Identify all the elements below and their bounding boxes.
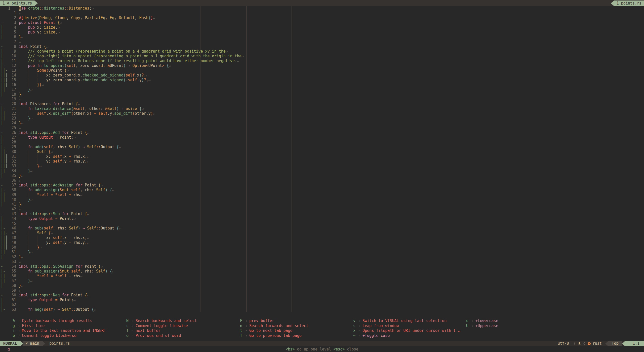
code-line[interactable]: │28▏ xyxy=(0,140,644,145)
fold-column[interactable]: - xyxy=(1,293,3,298)
code-line[interactable]: │││48▏ ▏ ▏ x: self.x - rhs.x,↵ xyxy=(0,236,644,240)
fold-column[interactable]: │ xyxy=(1,54,3,59)
code-line[interactable]: │45▏ xyxy=(0,221,644,226)
code-line[interactable]: ││51▏ }↵ xyxy=(0,250,644,255)
code-line[interactable]: │││49▏ ▏ ▏ y: self.y - rhs.y,↵ xyxy=(0,240,644,245)
code-line[interactable]: -26impl std::ops::Add for Point {↵ xyxy=(0,130,644,135)
code-line[interactable]: │27▏ type Output = Point;↵ xyxy=(0,135,644,140)
code-line[interactable]: ││22▏ ▏ self.x.abs_diff(other.x) + self.… xyxy=(0,111,644,116)
code-line[interactable]: ││39▏ ▏ *self = *self + rhs↵ xyxy=(0,192,644,197)
whichkey-item[interactable]: F→prev buffer xyxy=(239,319,274,323)
code-line[interactable]: │6}↵ xyxy=(0,35,644,40)
fold-column[interactable]: │ xyxy=(1,221,3,226)
code-line[interactable]: │-29▏ fn add(self, rhs: Self) → Self::Ou… xyxy=(0,145,644,149)
whichkey-item[interactable]: c→Comment toggle linewise xyxy=(125,324,188,328)
code-line[interactable]: │││32▏ ▏ ▏ y: self.y + rhs.y,↵ xyxy=(0,159,644,164)
code-line[interactable]: 1↵ xyxy=(0,11,644,16)
whichkey-item[interactable]: e→Previous end of word xyxy=(125,333,181,338)
code-line[interactable]: │-46▏ fn sub(self, rhs: Self) → Self::Ou… xyxy=(0,226,644,231)
code-line[interactable]: 42↵ xyxy=(0,207,644,212)
code-line[interactable]: │-21▏ fn taxicab_distance(&self, other: … xyxy=(0,106,644,111)
code-line[interactable]: │11▏ /// top-left corner). Returns none … xyxy=(0,59,644,63)
fold-column[interactable]: │ xyxy=(1,59,3,63)
whichkey-item[interactable]: i→Move to the last insertion and INSERT xyxy=(11,328,106,333)
fold-column[interactable]: - xyxy=(1,183,3,188)
fold-column[interactable]: ││ xyxy=(1,192,5,197)
fold-column[interactable]: ││ xyxy=(1,274,5,279)
fold-column[interactable]: - xyxy=(1,44,3,49)
whichkey-item[interactable]: f→next buffer xyxy=(125,328,160,333)
fold-column[interactable]: │- xyxy=(1,269,5,274)
code-line[interactable]: │52}↵ xyxy=(0,255,644,259)
code-line[interactable]: ││-30▏ ▏ Self {↵ xyxy=(0,149,644,154)
whichkey-item[interactable]: b→Comment toggle blockwise xyxy=(11,333,76,338)
fold-column[interactable]: │ xyxy=(1,25,3,30)
code-line[interactable]: -37impl std::ops::AddAssign for Point {↵ xyxy=(0,183,644,188)
fold-column[interactable]: │- xyxy=(1,307,5,312)
fold-column[interactable]: - xyxy=(1,20,3,25)
code-line[interactable]: 7↵ xyxy=(0,40,644,44)
fold-column[interactable]: │ xyxy=(1,202,3,207)
whichkey-item[interactable]: t→Go to next tab page xyxy=(239,328,293,333)
code-line[interactable]: │35}↵ xyxy=(0,173,644,178)
code-line[interactable]: │41}↵ xyxy=(0,202,644,207)
fold-column[interactable]: │ xyxy=(1,302,3,307)
code-line[interactable]: -43impl std::ops::Sub for Point {↵ xyxy=(0,212,644,216)
code-line[interactable]: ││-13▏ ▏ Some(UPoint {↵ xyxy=(0,68,644,73)
fold-column[interactable]: ││ xyxy=(1,169,5,173)
code-line[interactable]: 36↵ xyxy=(0,178,644,183)
code-line[interactable]: │││50▏ ▏ }↵ xyxy=(0,245,644,250)
code-buffer[interactable]: 1use crate::distances::Distances;↵1↵2#[d… xyxy=(0,6,644,312)
code-line[interactable]: │24}↵ xyxy=(0,121,644,126)
git-branch-segment[interactable]: main xyxy=(23,341,42,346)
whichkey-item[interactable]: v→Switch to VISUAL using last selection xyxy=(352,319,447,323)
fold-column[interactable]: │ xyxy=(1,135,3,140)
code-line[interactable]: -3pub struct Point {↵ xyxy=(0,20,644,25)
tabpage-indicator[interactable]: 1 points.rs xyxy=(611,1,644,6)
buffer-tab-active[interactable]: 1 ⊛ points.rs xyxy=(0,1,38,6)
fold-column[interactable]: │ xyxy=(1,140,3,145)
code-line[interactable]: -20impl Distances for Point {↵ xyxy=(0,102,644,106)
whichkey-item[interactable]: ~→+Toggle case xyxy=(352,333,390,338)
whichkey-item[interactable]: %→Cycle backwards through results xyxy=(11,319,92,323)
code-line[interactable]: │-63▏ fn neg(self) → Self::Output {↵ xyxy=(0,307,644,312)
fold-column[interactable]: - xyxy=(1,264,3,269)
fold-column[interactable]: ││ xyxy=(1,116,5,121)
whichkey-item[interactable]: u→+Lowercase xyxy=(465,319,498,323)
code-line[interactable]: -60impl std::ops::Neg for Point {↵ xyxy=(0,293,644,298)
fold-column[interactable]: │ xyxy=(1,49,3,54)
code-line[interactable]: │9▏ /// converts a point (representing a… xyxy=(0,49,644,54)
code-line[interactable]: -8impl Point {↵ xyxy=(0,44,644,49)
code-line[interactable]: │││14▏ ▏ ▏ x: zero_coord.x.checked_add_s… xyxy=(0,73,644,78)
whichkey-item[interactable]: n→Search forwards and select xyxy=(239,324,308,328)
fold-column[interactable]: │ xyxy=(1,30,3,35)
code-line[interactable]: │5▏ pub y: isize,↵ xyxy=(0,30,644,35)
code-line[interactable]: │││31▏ ▏ ▏ x: self.x + rhs.x,↵ xyxy=(0,154,644,159)
code-line[interactable]: ││57▏ }↵ xyxy=(0,279,644,283)
code-line[interactable]: ││-47▏ ▏ Self {↵ xyxy=(0,231,644,236)
fold-column[interactable]: │ xyxy=(1,283,3,288)
whichkey-item[interactable]: s→Leap from window xyxy=(352,324,399,328)
whichkey-item[interactable]: U→+Uppercase xyxy=(465,324,498,328)
code-line[interactable]: 2#[derive(Debug, Clone, Copy, PartialEq,… xyxy=(0,16,644,20)
code-line[interactable]: │18}↵ xyxy=(0,92,644,97)
code-line[interactable]: │4▏ pub x: isize,↵ xyxy=(0,25,644,30)
escape-key-hint[interactable]: <esc> xyxy=(333,347,345,351)
whichkey-item[interactable]: N→Search backwards and select xyxy=(125,319,197,323)
fold-column[interactable]: │ xyxy=(1,255,3,259)
bell-icon[interactable] xyxy=(578,342,581,345)
code-line[interactable]: │44▏ type Output = Point;↵ xyxy=(0,216,644,221)
fold-column[interactable]: - xyxy=(1,102,3,106)
code-line[interactable]: ││17▏ }↵ xyxy=(0,87,644,92)
fold-column[interactable]: │- xyxy=(1,188,5,192)
fold-column[interactable]: ││ xyxy=(1,87,5,92)
fold-column[interactable]: - xyxy=(1,212,3,216)
fold-column[interactable]: │- xyxy=(1,63,5,68)
code-line[interactable]: ││40▏ }↵ xyxy=(0,197,644,202)
code-line[interactable]: │-12▏ pub fn to_upoint(self, zero_coord:… xyxy=(0,63,644,68)
fold-column[interactable]: ││ xyxy=(1,279,5,283)
code-line[interactable]: 59↵ xyxy=(0,288,644,293)
code-line[interactable]: │││33▏ ▏ }↵ xyxy=(0,164,644,169)
backspace-key-hint[interactable]: <bs> xyxy=(286,347,295,351)
code-line[interactable]: │││15▏ ▏ ▏ y: zero_coord.y.checked_add_s… xyxy=(0,78,644,83)
